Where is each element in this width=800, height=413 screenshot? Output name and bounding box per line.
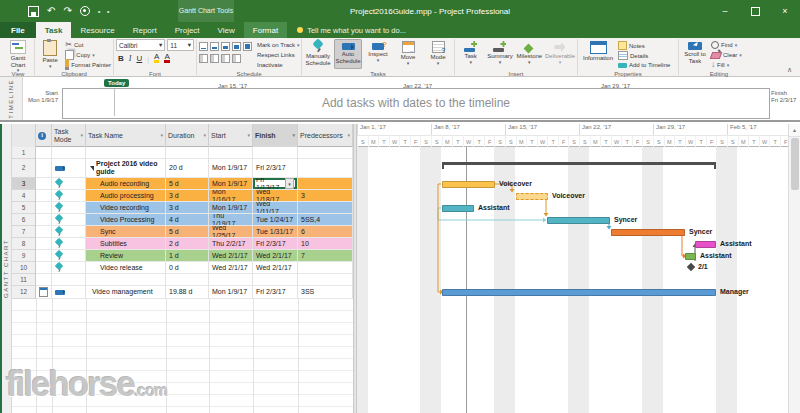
scrollbar-thumb[interactable] — [791, 138, 799, 190]
tab-report[interactable]: Report — [124, 22, 166, 38]
cell-name[interactable]: Video release — [86, 262, 166, 274]
row-number[interactable]: 1 — [12, 147, 36, 159]
row-number[interactable]: 9 — [12, 250, 36, 262]
row-number[interactable]: 11 — [12, 274, 36, 286]
bold-button[interactable]: B — [118, 54, 124, 63]
manually-schedule-button[interactable]: Manually Schedule — [304, 39, 332, 69]
cell-pred[interactable] — [298, 202, 353, 214]
cell-start[interactable]: Mon 1/9/17 — [209, 178, 253, 190]
task-bar[interactable] — [442, 205, 474, 212]
percent-75-icon[interactable] — [232, 42, 241, 51]
cell-start[interactable]: Mon 1/9/17 — [209, 286, 253, 299]
cell-name[interactable] — [86, 274, 166, 286]
cell-info[interactable] — [36, 147, 52, 159]
task-bar[interactable] — [695, 241, 716, 248]
cell-mode[interactable] — [52, 238, 86, 250]
format-painter-button[interactable]: Format Painter — [65, 60, 111, 69]
row-number[interactable]: 6 — [12, 214, 36, 226]
mode-button[interactable]: Mode▾ — [424, 39, 452, 69]
cell-info[interactable] — [36, 286, 52, 299]
collapse-triangle-icon[interactable] — [90, 166, 94, 171]
summary-bar[interactable] — [442, 162, 716, 165]
row-number[interactable]: 5 — [12, 202, 36, 214]
cell-finish[interactable]: Wed 1/11/17 — [253, 202, 298, 214]
insert-summary-button[interactable]: Summary▾ — [486, 39, 513, 69]
tab-view[interactable]: View — [209, 22, 244, 38]
scroll-to-task-button[interactable]: Scroll to Task — [681, 39, 709, 69]
cell-start[interactable]: Mon 1/16/17 — [209, 190, 253, 202]
cell-info[interactable] — [36, 178, 52, 190]
add-to-timeline-button[interactable]: Add to Timeline — [618, 61, 670, 69]
cell-dur[interactable]: 19.88 d — [166, 286, 209, 299]
task-bar[interactable] — [685, 253, 696, 260]
cell-start[interactable]: Wed 2/1/17 — [209, 262, 253, 274]
cell-dur[interactable] — [166, 274, 209, 286]
collapse-ribbon-icon[interactable]: ∧ — [787, 66, 792, 74]
selected-cell-finish[interactable]: Fri 1/13/17▾ — [253, 178, 298, 190]
row-number[interactable]: 12 — [12, 286, 36, 299]
cell-start[interactable] — [209, 147, 253, 159]
cell-pred[interactable] — [298, 274, 353, 286]
cell-dur[interactable]: 0 d — [166, 262, 209, 274]
mark-on-track-button[interactable]: Mark on Track▾ — [257, 41, 300, 50]
respect-links-button[interactable]: Respect Links — [257, 51, 300, 60]
row-number[interactable]: 4 — [12, 190, 36, 202]
italic-button[interactable]: I — [129, 54, 132, 63]
percent-25-icon[interactable] — [210, 42, 219, 51]
cell-name[interactable]: Video management — [86, 286, 166, 299]
timeline-box[interactable]: Add tasks with dates to the timeline — [62, 88, 770, 119]
cell-pred[interactable]: 6 — [298, 226, 353, 238]
cell-dur[interactable]: 1 d — [166, 250, 209, 262]
task-bar[interactable] — [442, 181, 495, 188]
cell-info[interactable] — [36, 202, 52, 214]
notes-button[interactable]: Notes — [618, 41, 670, 50]
cell-pred[interactable] — [298, 147, 353, 159]
cell-finish[interactable]: Wed 2/1/17 — [253, 262, 298, 274]
vertical-scrollbar[interactable]: ▲ — [788, 124, 800, 413]
cell-start[interactable]: Thu 2/2/17 — [209, 238, 253, 250]
percent-0-icon[interactable] — [199, 42, 208, 51]
highlight-color-button[interactable]: A — [154, 53, 159, 63]
cell-pred[interactable] — [298, 159, 353, 178]
tell-me-box[interactable]: Tell me what you want to do... — [287, 22, 416, 38]
cell-name[interactable]: Video Processing — [86, 214, 166, 226]
cell-mode[interactable] — [52, 214, 86, 226]
cell-start[interactable]: Mon 1/9/17 — [209, 202, 253, 214]
cell-info[interactable] — [36, 262, 52, 274]
unlink-tasks-icon[interactable] — [210, 54, 219, 63]
cell-finish[interactable] — [253, 147, 298, 159]
gantt-chart-view-button[interactable]: Gantt Chart▾ — [4, 39, 32, 69]
cell-info[interactable] — [36, 250, 52, 262]
scroll-up-arrow[interactable]: ▲ — [789, 124, 800, 137]
gantt-chart-area[interactable]: Jan 1, '17Jan 8, '17Jan 15, '17Jan 22, '… — [357, 124, 788, 413]
cell-finish[interactable]: Wed 2/1/17 — [253, 250, 298, 262]
cell-pred[interactable]: 5SS,4 — [298, 214, 353, 226]
cell-name[interactable]: Sync — [86, 226, 166, 238]
redo-icon[interactable]: ↷ — [63, 6, 71, 16]
cell-name[interactable]: Video recording — [86, 202, 166, 214]
font-family-select[interactable]: Calibri▾ — [116, 39, 165, 51]
row-number[interactable]: 8 — [12, 238, 36, 250]
cell-mode[interactable] — [52, 226, 86, 238]
task-bar[interactable] — [547, 217, 610, 224]
percent-100-icon[interactable] — [243, 42, 252, 51]
cell-mode[interactable] — [52, 190, 86, 202]
cell-dur[interactable]: 3 d — [166, 190, 209, 202]
auto-schedule-button[interactable]: Auto Schedule — [334, 39, 362, 69]
cell-name[interactable]: Audio recording — [86, 178, 166, 190]
copy-button[interactable]: Copy▾ — [65, 50, 111, 59]
tab-resource[interactable]: Resource — [71, 22, 123, 38]
tab-file[interactable]: File — [0, 22, 36, 38]
inactivate-button[interactable]: Inactivate — [257, 60, 300, 69]
cell-name[interactable]: Review — [86, 250, 166, 262]
cell-pred[interactable]: 7 — [298, 250, 353, 262]
cell-mode[interactable] — [52, 147, 86, 159]
cell-start[interactable]: Wed 2/1/17 — [209, 250, 253, 262]
cell-finish[interactable]: Fri 2/3/17 — [253, 286, 298, 299]
respect-links-icon[interactable] — [232, 54, 241, 63]
cell-dur[interactable]: 5 d — [166, 226, 209, 238]
row-number[interactable]: 7 — [12, 226, 36, 238]
cell-start[interactable] — [209, 274, 253, 286]
close-button[interactable]: × — [770, 0, 800, 22]
fill-button[interactable]: ↓Fill▾ — [711, 60, 742, 69]
